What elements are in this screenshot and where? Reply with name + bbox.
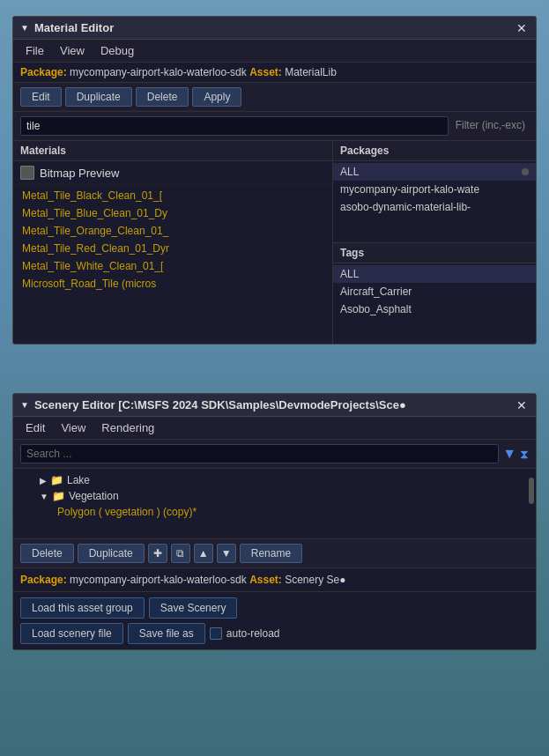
tree-item-vegetation[interactable]: ▼ 📁 Vegetation bbox=[13, 488, 536, 504]
list-item[interactable]: Microsoft_Road_Tile (micros bbox=[13, 275, 332, 293]
package-item-label: ALL bbox=[340, 166, 359, 178]
tree-expand-icon: ▶ bbox=[40, 476, 47, 485]
collapse-arrow-icon: ▼ bbox=[20, 23, 29, 33]
edit-button[interactable]: Edit bbox=[20, 87, 62, 107]
list-item[interactable]: Metal_Tile_White_Clean_01_[ bbox=[13, 257, 332, 275]
package-label: Package: bbox=[20, 66, 67, 78]
action-row-2: Load scenery file Save file as auto-relo… bbox=[20, 623, 529, 644]
packages-column: Packages ALL mycompany-airport-kalo-wate… bbox=[333, 141, 536, 344]
list-item[interactable]: Asobo_Asphalt bbox=[333, 300, 536, 318]
tree-item-label: Polygon ( vegetation ) (copy)* bbox=[57, 506, 197, 518]
materials-header: Materials bbox=[13, 141, 332, 161]
list-item[interactable]: Metal_Tile_Red_Clean_01_Dyr bbox=[13, 240, 332, 257]
duplicate-button[interactable]: Duplicate bbox=[78, 544, 145, 563]
package-item-label: asobo-dynamic-material-lib- bbox=[340, 201, 471, 213]
list-item[interactable]: Metal_Tile_Orange_Clean_01_ bbox=[13, 222, 332, 240]
apply-button[interactable]: Apply bbox=[192, 87, 241, 107]
save-file-as-button[interactable]: Save file as bbox=[128, 623, 205, 644]
auto-reload-label: auto-reload bbox=[226, 627, 280, 640]
action-row-1: Load this asset group Save Scenery bbox=[20, 597, 529, 619]
tree-item-polygon[interactable]: Polygon ( vegetation ) (copy)* bbox=[13, 504, 536, 520]
scenery-editor-panel: ▼ Scenery Editor [C:\MSFS 2024 SDK\Sampl… bbox=[12, 393, 537, 650]
list-item[interactable]: Metal_Tile_Blue_Clean_01_Dy bbox=[13, 204, 332, 222]
tree-item-label: Lake bbox=[67, 474, 90, 486]
bottom-actions: Load this asset group Save Scenery Load … bbox=[13, 592, 536, 649]
asset-value: Scenery bbox=[285, 574, 323, 586]
asset-label: Asset: bbox=[249, 66, 282, 78]
package-item-label: mycompany-airport-kalo-wate bbox=[340, 183, 479, 196]
add-icon-button[interactable]: ✚ bbox=[148, 544, 167, 563]
scenery-package-bar: Package: mycompany-airport-kalo-waterloo… bbox=[13, 568, 536, 592]
menu-debug[interactable]: Debug bbox=[93, 42, 141, 59]
material-editor-panel: ▼ Material Editor ✕ File View Debug Pack… bbox=[12, 16, 537, 345]
menu-edit[interactable]: Edit bbox=[19, 419, 52, 436]
copy-icon-button[interactable]: ⧉ bbox=[171, 544, 190, 563]
list-item[interactable]: ALL bbox=[333, 265, 536, 283]
tag-item-label: Asobo_Asphalt bbox=[340, 303, 412, 315]
filter-label: Filter (inc,-exc) bbox=[452, 116, 529, 136]
list-item[interactable]: Metal_Tile_Black_Clean_01_[ bbox=[13, 187, 332, 204]
filter-input[interactable] bbox=[20, 116, 449, 136]
filter-funnel-icon[interactable]: ⧗ bbox=[520, 447, 529, 462]
menu-view[interactable]: View bbox=[54, 419, 93, 436]
material-package-bar: Package: mycompany-airport-kalo-waterloo… bbox=[13, 63, 536, 83]
bitmap-preview-row: Bitmap Preview bbox=[13, 161, 332, 185]
folder-icon: 📁 bbox=[50, 474, 63, 486]
tree-item-label: Vegetation bbox=[69, 490, 119, 502]
load-asset-group-button[interactable]: Load this asset group bbox=[20, 597, 145, 619]
scenery-editor-title: Scenery Editor [C:\MSFS 2024 SDK\Samples… bbox=[34, 398, 509, 411]
material-editor-menu: File View Debug bbox=[13, 40, 536, 63]
asset-label: Asset: bbox=[249, 574, 282, 586]
close-icon[interactable]: ✕ bbox=[515, 399, 529, 411]
asset-value: MaterialLib bbox=[285, 66, 337, 78]
list-item[interactable]: ALL bbox=[333, 163, 536, 181]
list-item[interactable]: Aircraft_Carrier bbox=[333, 283, 536, 300]
scenery-editor-titlebar[interactable]: ▼ Scenery Editor [C:\MSFS 2024 SDK\Sampl… bbox=[13, 394, 536, 417]
scroll-indicator bbox=[522, 168, 529, 175]
material-editor-title: Material Editor bbox=[34, 21, 509, 34]
delete-button[interactable]: Delete bbox=[136, 87, 189, 107]
tag-item-label: ALL bbox=[340, 268, 359, 280]
close-icon[interactable]: ✕ bbox=[515, 22, 529, 34]
package-value: mycompany-airport-kalo-waterloo-sdk bbox=[70, 66, 247, 78]
scenery-editor-menu: Edit View Rendering bbox=[13, 417, 536, 440]
package-list: ALL mycompany-airport-kalo-wate asobo-dy… bbox=[333, 161, 536, 242]
filter-icon[interactable]: ▼ bbox=[502, 446, 516, 462]
material-toolbar: Edit Duplicate Delete Apply bbox=[13, 83, 536, 112]
materials-column: Materials Bitmap Preview Metal_Tile_Blac… bbox=[13, 141, 333, 344]
packages-header: Packages bbox=[333, 141, 536, 161]
list-item[interactable]: asobo-dynamic-material-lib- bbox=[333, 198, 536, 216]
menu-view[interactable]: View bbox=[53, 42, 92, 59]
search-input[interactable] bbox=[20, 444, 499, 463]
list-item[interactable]: mycompany-airport-kalo-wate bbox=[333, 181, 536, 198]
tag-item-label: Aircraft_Carrier bbox=[340, 285, 412, 298]
scenery-toolbar: Delete Duplicate ✚ ⧉ ▲ ▼ Rename bbox=[13, 539, 536, 568]
menu-rendering[interactable]: Rendering bbox=[94, 419, 161, 436]
rename-button[interactable]: Rename bbox=[240, 544, 302, 563]
package-label: Package: bbox=[20, 574, 67, 586]
duplicate-button[interactable]: Duplicate bbox=[65, 87, 132, 107]
search-row: ▼ ⧗ bbox=[13, 440, 536, 469]
package-value: mycompany-airport-kalo-waterloo-sdk bbox=[70, 574, 247, 586]
auto-reload-checkbox[interactable] bbox=[210, 627, 222, 640]
tree-expand-icon: ▼ bbox=[40, 492, 48, 501]
folder-icon: 📁 bbox=[52, 490, 65, 502]
save-scenery-button[interactable]: Save Scenery bbox=[149, 597, 238, 619]
delete-button[interactable]: Delete bbox=[20, 544, 74, 563]
bitmap-preview-checkbox[interactable] bbox=[20, 166, 34, 180]
tags-header: Tags bbox=[333, 242, 536, 263]
collapse-arrow-icon: ▼ bbox=[20, 400, 29, 410]
tree-scrollbar[interactable] bbox=[529, 478, 534, 504]
tree-item-lake[interactable]: ▶ 📁 Lake bbox=[13, 472, 536, 488]
menu-file[interactable]: File bbox=[19, 42, 51, 59]
scene-tree: ▶ 📁 Lake ▼ 📁 Vegetation Polygon ( vegeta… bbox=[13, 469, 536, 539]
material-editor-titlebar[interactable]: ▼ Material Editor ✕ bbox=[13, 17, 536, 40]
asset-extra: Se● bbox=[327, 574, 346, 586]
load-scenery-file-button[interactable]: Load scenery file bbox=[20, 623, 123, 644]
down-icon-button[interactable]: ▼ bbox=[217, 544, 236, 563]
tags-list: ALL Aircraft_Carrier Asobo_Asphalt bbox=[333, 263, 536, 345]
up-icon-button[interactable]: ▲ bbox=[194, 544, 213, 563]
bitmap-preview-label: Bitmap Preview bbox=[40, 167, 119, 180]
material-list: Metal_Tile_Black_Clean_01_[ Metal_Tile_B… bbox=[13, 185, 332, 344]
filter-row: Filter (inc,-exc) bbox=[13, 112, 536, 141]
